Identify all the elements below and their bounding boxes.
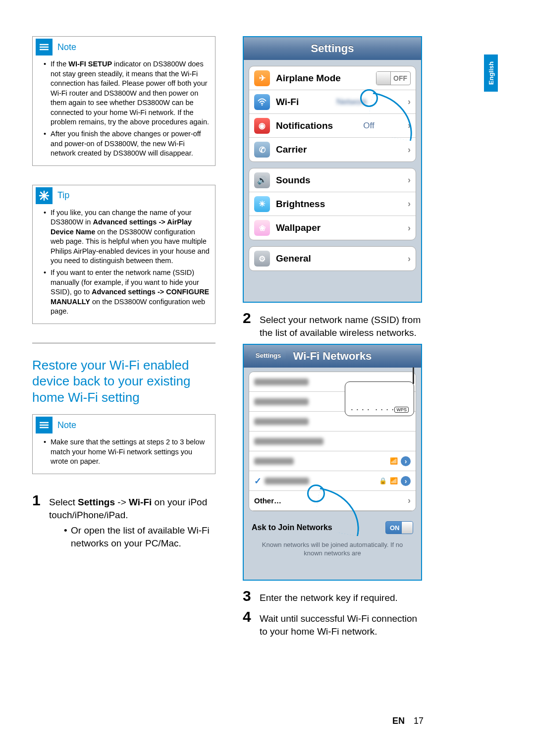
page-footer: EN17 bbox=[392, 716, 424, 726]
row-general[interactable]: ⚙ General › bbox=[249, 247, 416, 270]
wifi-footer-text: Known networks will be joined automatica… bbox=[244, 540, 421, 559]
note1-bullet-2: After you finish the above changes or po… bbox=[46, 129, 210, 159]
ios-header-title: Settings bbox=[244, 37, 421, 60]
wifi-header-title: Wi-Fi Networks bbox=[293, 350, 372, 363]
svg-point-4 bbox=[262, 104, 263, 105]
brightness-icon: ☀ bbox=[254, 196, 270, 212]
step1-subbullet: Or open the list of available Wi-Fi netw… bbox=[64, 524, 215, 549]
row-sounds[interactable]: 🔊 Sounds › bbox=[249, 168, 416, 192]
note-callout-1: Note If the WI-FI SETUP indicator on DS3… bbox=[32, 36, 215, 166]
step-1: 1 Select Settings -> Wi-Fi on your iPod … bbox=[32, 493, 215, 550]
note-title: Note bbox=[57, 42, 76, 53]
ask-join-toggle[interactable]: ON bbox=[385, 521, 413, 534]
lock-icon: 🔒 bbox=[379, 477, 387, 485]
note-icon bbox=[36, 417, 53, 433]
sounds-icon: 🔊 bbox=[254, 172, 270, 188]
wifi-signal-icon: 📶 bbox=[390, 477, 398, 485]
chevron-right-icon: › bbox=[408, 175, 411, 185]
general-icon: ⚙ bbox=[254, 251, 270, 267]
tip-bullet-1: If you like, you can change the name of … bbox=[46, 208, 210, 266]
language-tab: English bbox=[484, 54, 498, 92]
step-number: 4 bbox=[243, 609, 254, 624]
wifi-signal-icon: 📶 bbox=[390, 457, 398, 465]
airplane-icon: ✈ bbox=[254, 70, 270, 86]
chevron-right-icon: › bbox=[408, 254, 411, 264]
chevron-right-icon: › bbox=[408, 145, 411, 155]
wifi-network-row[interactable]: 📶› bbox=[249, 451, 416, 471]
screenshot-ios-settings: Settings ✈ Airplane Mode OFF Wi-Fi Netwo… bbox=[243, 36, 422, 303]
notifications-icon: ◉ bbox=[254, 118, 270, 134]
touch-hand-illustration bbox=[312, 489, 342, 519]
wallpaper-icon: ❀ bbox=[254, 220, 270, 236]
row-airplane-mode[interactable]: ✈ Airplane Mode OFF bbox=[249, 66, 416, 90]
wifi-icon bbox=[254, 94, 270, 110]
tip-callout: Tip If you like, you can change the name… bbox=[32, 185, 215, 324]
back-button[interactable]: Settings bbox=[248, 350, 286, 361]
note-icon bbox=[36, 39, 53, 55]
airplane-toggle[interactable]: OFF bbox=[376, 71, 411, 85]
step-4: 4 Wait until successful Wi-Fi connection… bbox=[243, 609, 425, 638]
step-3: 3 Enter the network key if required. bbox=[243, 589, 425, 604]
step-2: 2 Select your network name (SSID) from t… bbox=[243, 311, 425, 339]
chevron-right-icon: › bbox=[408, 199, 411, 209]
checkmark-icon: ✓ bbox=[254, 476, 262, 486]
chevron-right-icon: › bbox=[408, 223, 411, 233]
wifi-network-row-selected[interactable]: ✓ 🔒📶› bbox=[249, 471, 416, 491]
chevron-right-icon: › bbox=[408, 495, 411, 506]
tip-title: Tip bbox=[57, 190, 69, 201]
wifi-network-row[interactable] bbox=[249, 432, 416, 451]
tip-bullet-2: If you want to enter the network name (S… bbox=[46, 268, 210, 317]
router-illustration: • • • • • • • • WPS bbox=[345, 381, 414, 416]
note1-bullet-1: If the WI-FI SETUP indicator on DS3800W … bbox=[46, 59, 210, 127]
chevron-right-icon: › bbox=[408, 97, 411, 107]
step-number: 1 bbox=[32, 493, 43, 508]
row-carrier[interactable]: ✆ Carrier › bbox=[249, 138, 416, 162]
screenshot-ios-wifi-networks: Settings Wi-Fi Networks • • • • • • • • … bbox=[243, 344, 422, 581]
detail-icon[interactable]: › bbox=[401, 476, 411, 486]
step-number: 3 bbox=[243, 589, 254, 603]
touch-hand-illustration bbox=[365, 94, 395, 124]
note2-bullet-1: Make sure that the settings at steps 2 t… bbox=[46, 437, 210, 467]
note-callout-2: Note Make sure that the settings at step… bbox=[32, 414, 215, 474]
row-wallpaper[interactable]: ❀ Wallpaper › bbox=[249, 216, 416, 240]
tip-icon bbox=[36, 187, 53, 204]
note-title: Note bbox=[57, 420, 76, 431]
detail-icon[interactable]: › bbox=[401, 456, 411, 466]
row-brightness[interactable]: ☀ Brightness › bbox=[249, 192, 416, 216]
step-number: 2 bbox=[243, 311, 254, 325]
carrier-icon: ✆ bbox=[254, 142, 270, 158]
section-heading: Restore your Wi-Fi enabled device back t… bbox=[32, 343, 215, 406]
